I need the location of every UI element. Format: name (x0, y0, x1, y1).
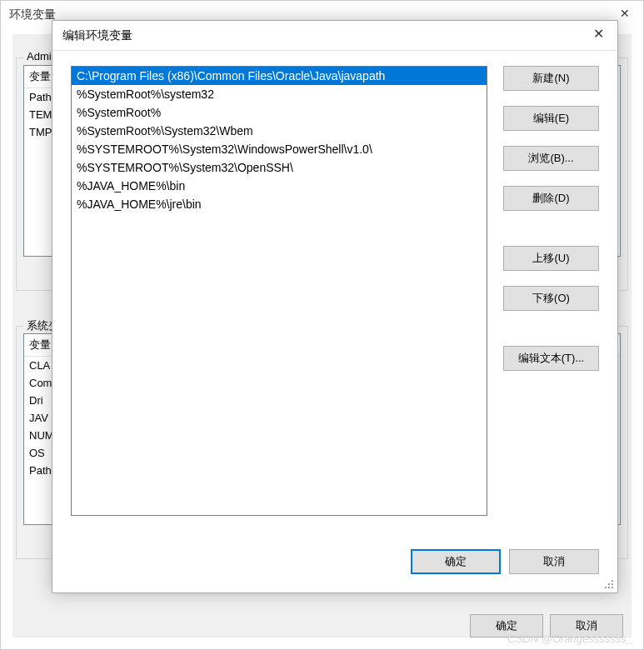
path-entry[interactable]: %SystemRoot%\system32 (72, 85, 487, 103)
browse-button[interactable]: 浏览(B)... (503, 146, 599, 171)
dialog-title: 编辑环境变量 (62, 28, 132, 43)
svg-rect-3 (605, 587, 607, 588)
path-entry[interactable]: %SYSTEMROOT%\System32\OpenSSH\ (72, 158, 487, 177)
path-entry[interactable]: %SystemRoot% (72, 103, 487, 122)
path-entry[interactable]: C:\Program Files (x86)\Common Files\Orac… (72, 67, 487, 85)
path-entry[interactable]: %SystemRoot%\System32\Wbem (72, 122, 487, 140)
path-entry[interactable]: %JAVA_HOME%\bin (72, 177, 487, 195)
svg-rect-4 (608, 587, 610, 588)
edit-environment-variable-dialog: 编辑环境变量 ✕ C:\Program Files (x86)\Common F… (52, 20, 618, 593)
resize-grip-icon[interactable] (603, 578, 615, 590)
svg-rect-1 (608, 583, 610, 585)
edit-text-button[interactable]: 编辑文本(T)... (503, 346, 599, 371)
window-title: 环境变量 (9, 8, 56, 22)
dialog-titlebar[interactable]: 编辑环境变量 ✕ (52, 21, 617, 51)
svg-rect-2 (612, 583, 613, 585)
edit-button[interactable]: 编辑(E) (503, 106, 599, 131)
path-entry[interactable]: %SYSTEMROOT%\System32\WindowsPowerShell\… (72, 140, 487, 158)
path-entries-list[interactable]: C:\Program Files (x86)\Common Files\Orac… (71, 66, 487, 516)
close-icon[interactable]: ✕ (580, 21, 617, 48)
move-up-button[interactable]: 上移(U) (503, 246, 599, 271)
svg-rect-5 (612, 587, 613, 588)
svg-rect-0 (612, 580, 613, 582)
new-button[interactable]: 新建(N) (503, 66, 599, 91)
dialog-footer: 确定 取消 (411, 549, 599, 574)
delete-button[interactable]: 删除(D) (503, 186, 599, 211)
dialog-body: C:\Program Files (x86)\Common Files\Orac… (71, 66, 599, 574)
move-down-button[interactable]: 下移(O) (503, 286, 599, 311)
cancel-button[interactable]: 取消 (550, 614, 623, 638)
cancel-button[interactable]: 取消 (509, 549, 599, 574)
path-entry[interactable]: %JAVA_HOME%\jre\bin (72, 195, 487, 213)
side-buttons: 新建(N) 编辑(E) 浏览(B)... 删除(D) 上移(U) 下移(O) 编… (503, 66, 599, 379)
background-footer-buttons: 确定 取消 (470, 614, 623, 638)
ok-button[interactable]: 确定 (411, 549, 501, 574)
ok-button[interactable]: 确定 (470, 614, 543, 638)
